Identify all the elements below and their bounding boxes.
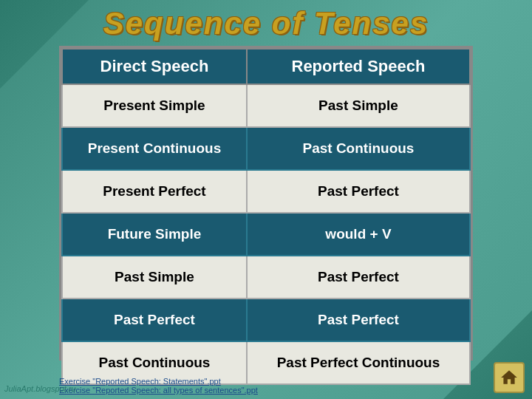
table-cell-0-0: Present Simple bbox=[62, 84, 247, 127]
header-direct-speech: Direct Speech bbox=[62, 49, 247, 84]
page-title: Sequence of Tenses bbox=[0, 6, 532, 41]
table-cell-3-0: Future Simple bbox=[62, 213, 247, 256]
table-cell-2-0: Present Perfect bbox=[62, 170, 247, 213]
table-row: Present PerfectPast Perfect bbox=[62, 170, 470, 213]
table-cell-3-1: would + V bbox=[247, 213, 470, 256]
table-cell-4-0: Past Simple bbox=[62, 256, 247, 299]
table-row: Future Simplewould + V bbox=[62, 213, 470, 256]
watermark-text: JuliaApt.blogspot.ru bbox=[4, 384, 76, 393]
table-row: Past SimplePast Perfect bbox=[62, 256, 470, 299]
tenses-table: Direct Speech Reported Speech Present Si… bbox=[61, 48, 471, 385]
table-cell-4-1: Past Perfect bbox=[247, 256, 470, 299]
table-header-row: Direct Speech Reported Speech bbox=[62, 49, 470, 84]
header-reported-speech: Reported Speech bbox=[247, 49, 470, 84]
home-button[interactable] bbox=[494, 362, 525, 393]
table-cell-5-1: Past Perfect bbox=[247, 299, 470, 341]
table-row: Present SimplePast Simple bbox=[62, 84, 470, 127]
table-row: Present ContinuousPast Continuous bbox=[62, 127, 470, 170]
exercise-link-1[interactable]: Exercise "Reported Speech: Statements".p… bbox=[59, 377, 258, 386]
table-cell-6-1: Past Perfect Continuous bbox=[247, 341, 470, 384]
table-cell-1-0: Present Continuous bbox=[62, 127, 247, 170]
table-cell-5-0: Past Perfect bbox=[62, 299, 247, 341]
table-cell-1-1: Past Continuous bbox=[247, 127, 470, 170]
main-table-container: Direct Speech Reported Speech Present Si… bbox=[59, 46, 473, 361]
table-cell-0-1: Past Simple bbox=[247, 84, 470, 127]
table-row: Past PerfectPast Perfect bbox=[62, 299, 470, 341]
exercise-links: Exercise "Reported Speech: Statements".p… bbox=[59, 377, 258, 395]
exercise-link-2[interactable]: Exercise "Reported Speech: all types of … bbox=[59, 386, 258, 395]
home-icon bbox=[499, 368, 519, 387]
table-cell-2-1: Past Perfect bbox=[247, 170, 470, 213]
